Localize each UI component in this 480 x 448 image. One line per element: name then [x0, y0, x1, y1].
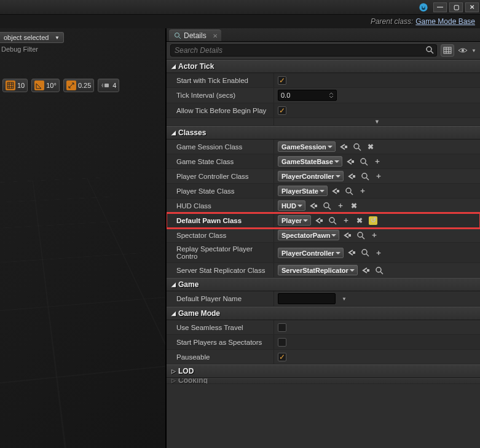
spinner-icon[interactable] [329, 92, 334, 98]
category-game[interactable]: ◢ Game [167, 278, 480, 291]
prop-label: Server Stat Replicator Class [167, 263, 273, 277]
add-icon[interactable]: ＋ [374, 172, 383, 181]
svg-point-3 [427, 47, 431, 52]
clear-icon[interactable]: ✖ [366, 143, 375, 151]
clear-icon[interactable]: ✖ [350, 202, 358, 210]
hud-dropdown[interactable]: HUD [278, 200, 305, 211]
spectators-checkbox[interactable] [278, 338, 286, 347]
goto-source-icon[interactable] [315, 216, 323, 225]
prop-label: Game Session Class [167, 140, 273, 154]
grid-snap-button[interactable]: 10 [2, 79, 28, 92]
expand-advanced-icon[interactable]: ▼ [374, 119, 380, 125]
goto-source-icon[interactable] [346, 157, 355, 166]
grid-snap-value: 10 [17, 82, 25, 89]
window-minimize-button[interactable]: — [433, 2, 447, 12]
default-pawn-dropdown[interactable]: Player [278, 215, 311, 226]
game-session-dropdown[interactable]: GameSession [278, 141, 336, 152]
camera-speed-button[interactable]: 4 [98, 79, 119, 92]
angle-snap-value: 10° [46, 82, 57, 89]
browse-icon[interactable] [328, 216, 337, 225]
angle-snap-button[interactable]: 10° [31, 79, 60, 92]
search-input[interactable]: Search Details [170, 44, 437, 57]
browse-icon[interactable] [360, 157, 368, 166]
unreal-logo-icon [419, 2, 428, 12]
spectator-dropdown[interactable]: SpectatorPawn [278, 230, 339, 240]
add-icon[interactable]: ＋ [342, 216, 350, 225]
goto-source-icon[interactable] [339, 143, 348, 151]
add-icon[interactable]: ＋ [336, 202, 345, 210]
pauseable-checkbox[interactable] [278, 353, 286, 361]
allow-tick-before-checkbox[interactable] [278, 106, 286, 115]
prop-label: Tick Interval (secs) [167, 88, 273, 103]
chevron-down-icon[interactable]: ▼ [342, 296, 347, 302]
player-controller-dropdown[interactable]: PlayerController [278, 171, 344, 181]
add-icon[interactable]: ＋ [374, 248, 383, 257]
browse-icon[interactable] [361, 172, 369, 181]
scale-snap-button[interactable]: 0.25 [63, 79, 94, 92]
tick-interval-field[interactable]: 0.0 [278, 90, 337, 101]
goto-source-icon[interactable] [347, 248, 356, 257]
browse-icon[interactable] [345, 187, 353, 195]
browse-icon[interactable] [356, 231, 365, 240]
parent-class-link[interactable]: Game Mode Base [415, 17, 475, 26]
seamless-travel-checkbox[interactable] [278, 323, 286, 332]
svg-point-9 [361, 159, 366, 163]
server-stat-dropdown[interactable]: ServerStatReplicator [278, 265, 358, 275]
details-panel: Details ✕ Search Details ▼ ◢ [166, 28, 480, 448]
chevron-down-icon: ▼ [55, 35, 60, 41]
category-classes[interactable]: ◢ Classes [167, 126, 480, 140]
clear-icon[interactable]: ✖ [355, 216, 364, 225]
browse-icon[interactable] [323, 202, 331, 210]
view-options-button[interactable]: ▼ [458, 47, 476, 54]
goto-source-icon[interactable] [343, 231, 352, 240]
svg-rect-4 [444, 47, 451, 53]
close-icon[interactable]: ✕ [213, 33, 218, 39]
tab-row: Details ✕ [167, 28, 480, 42]
svg-point-19 [358, 232, 363, 237]
goto-source-icon[interactable] [347, 172, 356, 181]
window-titlebar: — ▢ ✕ [0, 0, 480, 15]
svg-point-13 [346, 188, 351, 193]
default-player-name-input[interactable] [278, 293, 336, 304]
category-game-mode[interactable]: ◢ Game Mode [167, 307, 480, 320]
goto-source-icon[interactable] [361, 266, 370, 275]
prop-label: Player Controller Class [167, 169, 273, 183]
viewport-toolbar: 10 10° 0.25 4 [0, 79, 165, 92]
svg-point-23 [376, 267, 381, 272]
search-placeholder: Search Details [175, 46, 222, 55]
goto-source-icon[interactable] [331, 187, 340, 195]
add-icon[interactable]: ＋ [373, 157, 382, 166]
viewport-grid [0, 178, 166, 448]
object-selector[interactable]: object selected ▼ [0, 32, 64, 43]
window-maximize-button[interactable]: ▢ [449, 2, 463, 12]
svg-point-21 [362, 250, 367, 254]
svg-point-11 [362, 173, 367, 178]
window-close-button[interactable]: ✕ [465, 2, 479, 12]
camera-speed-value: 4 [112, 82, 116, 89]
svg-rect-18 [348, 234, 351, 237]
category-label: Game Mode [178, 309, 220, 318]
replay-spectator-dropdown[interactable]: PlayerController [278, 248, 344, 258]
tab-details[interactable]: Details ✕ [169, 29, 221, 41]
category-cooking[interactable]: ▷ Cooking [167, 378, 480, 384]
browse-icon[interactable] [375, 266, 384, 275]
goto-source-icon[interactable] [309, 202, 318, 210]
start-with-tick-checkbox[interactable] [278, 76, 286, 85]
category-label: LOD [178, 367, 194, 375]
expand-arrow-icon: ▷ [171, 378, 176, 383]
svg-point-15 [324, 203, 329, 208]
property-matrix-button[interactable] [441, 44, 454, 57]
debug-filter-label[interactable]: Debug Filter [0, 43, 165, 55]
game-state-dropdown[interactable]: GameStateBase [278, 156, 342, 167]
browse-icon[interactable] [353, 143, 361, 151]
browse-icon[interactable] [361, 248, 369, 257]
category-lod[interactable]: ▷ LOD [167, 364, 480, 378]
category-label: Classes [178, 128, 206, 137]
add-icon[interactable]: ＋ [358, 187, 367, 195]
revert-icon[interactable]: ↺ [369, 216, 377, 225]
player-state-dropdown[interactable]: PlayerState [278, 186, 328, 196]
svg-point-2 [175, 33, 179, 37]
add-icon[interactable]: ＋ [370, 231, 379, 240]
svg-rect-12 [337, 190, 339, 192]
category-actor-tick[interactable]: ◢ Actor Tick [167, 60, 480, 73]
